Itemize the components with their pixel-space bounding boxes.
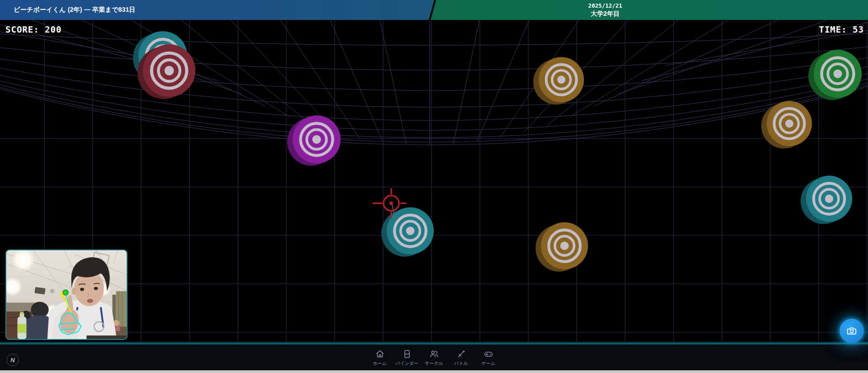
- nav-item-binder[interactable]: バインダー: [397, 349, 417, 367]
- target-teal-3[interactable]: [381, 207, 434, 257]
- score-display: SCORE: 200: [5, 24, 62, 34]
- webcam-feed-image: [6, 250, 127, 339]
- nav-item-circle[interactable]: サークル: [424, 349, 445, 367]
- game-field: [0, 0, 868, 373]
- camera-icon: [846, 325, 858, 337]
- stage-label: 大学2年目: [588, 10, 622, 18]
- nav-label-game: ゲーム: [481, 360, 495, 367]
- current-date: 2025/12/21: [588, 2, 622, 10]
- bottom-nav: ホーム バインダー サークル バトル: [370, 349, 499, 367]
- nextjs-dev-badge[interactable]: N: [6, 354, 19, 366]
- bottom-nav-bar: ホーム バインダー サークル バトル: [0, 345, 868, 370]
- game-screen: ビーチボーイくん (2年) — 卒業まで831日 2025/12/21 大学2年…: [0, 0, 868, 373]
- gamepad-icon: [484, 349, 493, 359]
- webcam-preview: [5, 249, 128, 340]
- target-purple-1[interactable]: [287, 115, 341, 166]
- footer-divider: [0, 342, 868, 345]
- n-badge-letter: N: [10, 357, 14, 363]
- time-label: TIME:: [819, 24, 847, 34]
- fingertip-dot: [63, 290, 68, 295]
- time-value: 53: [853, 24, 864, 34]
- score-label: SCORE:: [5, 24, 39, 34]
- ceiling-fixture: [50, 289, 55, 293]
- date-block: 2025/12/21 大学2年目: [588, 2, 622, 18]
- top-banner: ビーチボーイくん (2年) — 卒業まで831日 2025/12/21 大学2年…: [0, 0, 868, 20]
- nav-label-battle: バトル: [454, 360, 468, 367]
- target-brown-1[interactable]: [533, 57, 584, 105]
- perspective-grid: [0, 20, 868, 145]
- nav-item-home[interactable]: ホーム: [370, 349, 390, 367]
- binder-icon: [402, 349, 412, 359]
- nav-label-circle: サークル: [425, 360, 443, 367]
- nav-label-binder: バインダー: [395, 360, 418, 367]
- home-icon: [375, 349, 385, 359]
- target-green-1[interactable]: [808, 50, 862, 100]
- target-teal-2[interactable]: [801, 176, 852, 224]
- nav-item-battle[interactable]: バトル: [451, 349, 472, 367]
- table-edge: [86, 335, 127, 339]
- score-value: 200: [45, 24, 62, 34]
- people-icon: [429, 349, 439, 359]
- nav-item-game[interactable]: ゲーム: [478, 349, 499, 367]
- player-title: ビーチボーイくん (2年) — 卒業まで831日: [14, 0, 136, 20]
- page-bottom-strip: [0, 370, 868, 373]
- time-display: TIME: 53: [819, 24, 864, 34]
- target-brown-3[interactable]: [536, 222, 588, 272]
- nav-label-home: ホーム: [373, 360, 386, 367]
- sword-icon: [456, 349, 466, 359]
- background-grid: [0, 20, 868, 342]
- camera-button[interactable]: [840, 319, 864, 343]
